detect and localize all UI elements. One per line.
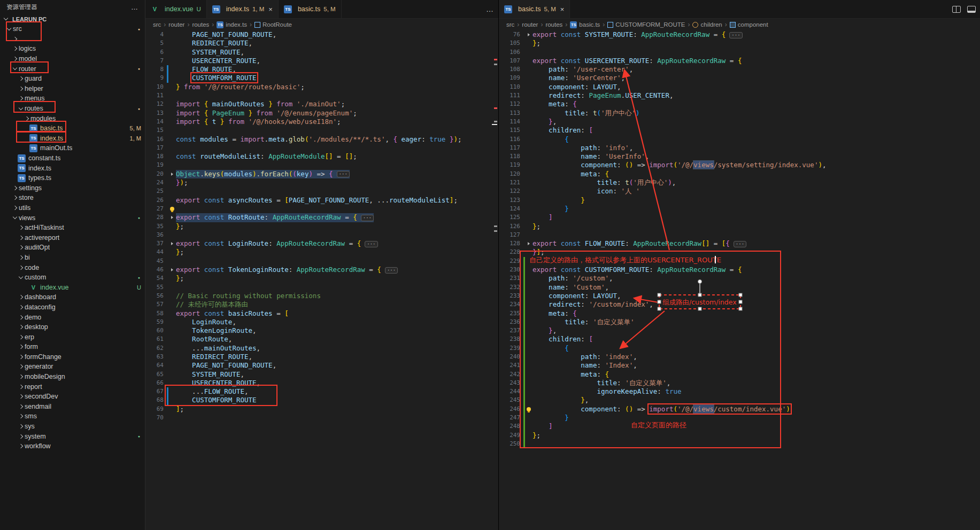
breadcrumb-item-children[interactable]: children — [692, 21, 722, 28]
line-number[interactable]: 109 — [499, 74, 523, 82]
code-line-116[interactable]: 116 { — [499, 135, 980, 144]
code-line-240[interactable]: 240 path: 'index', — [499, 353, 980, 361]
code-line-110[interactable]: 110 component: LAYOUT, — [499, 83, 980, 91]
folded-ellipsis[interactable]: ··· — [365, 241, 377, 247]
line-number[interactable]: 232 — [499, 283, 523, 292]
tab-index.ts[interactable]: TSindex.ts1, M× — [207, 0, 279, 18]
line-number[interactable]: 16 — [145, 135, 167, 144]
code-line-234[interactable]: 234 redirect: '/custom/index', — [499, 300, 980, 309]
line-number[interactable]: 14 — [145, 118, 167, 126]
line-number[interactable]: 124 — [499, 205, 523, 213]
code-line-229[interactable]: 229 — [499, 257, 980, 266]
line-number[interactable]: 125 — [499, 213, 523, 222]
code-line-119[interactable]: 119 component: () => import('/@/views/sy… — [499, 161, 980, 169]
line-number[interactable]: 111 — [499, 91, 523, 100]
line-number[interactable]: 10 — [145, 83, 167, 91]
tree-item-logics[interactable]: logics — [0, 44, 145, 54]
code-line-14[interactable]: 14import { t } from '/@/hooks/web/useI18… — [145, 118, 498, 126]
tree-item-system[interactable]: system● — [0, 431, 145, 441]
breadcrumb-item-CUSTOMFORM_ROUTE[interactable]: CUSTOMFORM_ROUTE — [607, 21, 685, 28]
code-line-56[interactable]: 56// Basic routing without permissions — [145, 292, 498, 300]
code-line-70[interactable]: 70 — [145, 414, 498, 422]
line-number[interactable]: 7 — [145, 57, 167, 65]
line-number[interactable]: 46 — [145, 266, 167, 274]
code-line-76[interactable]: 76export const SYSTEM_ROUTE: AppRouteRec… — [499, 30, 980, 39]
tree-item-dataconfig[interactable]: dataconfig — [0, 302, 145, 313]
code-line-15[interactable]: 15 — [145, 126, 498, 135]
tree-item-auditOpt[interactable]: auditOpt — [0, 243, 145, 253]
line-number[interactable]: 105 — [499, 39, 523, 48]
code-line-113[interactable]: 113 title: t('用户中心') — [499, 109, 980, 118]
line-number[interactable]: 54 — [145, 274, 167, 283]
breadcrumb-item-RootRoute[interactable]: RootRoute — [254, 21, 292, 28]
code-line-126[interactable]: 126}; — [499, 222, 980, 231]
code-line-236[interactable]: 236 title: '自定义菜单' — [499, 318, 980, 326]
code-line-122[interactable]: 122 icon: '人 ' — [499, 187, 980, 196]
code-line-243[interactable]: 243 title: '自定义菜单', — [499, 379, 980, 387]
code-line-107[interactable]: 107export const USERCENTER_ROUTE: AppRou… — [499, 57, 980, 65]
line-number[interactable]: 246 — [499, 405, 523, 414]
code-line-19[interactable]: 19 — [145, 161, 498, 169]
line-number[interactable]: 76 — [499, 30, 523, 39]
line-number[interactable]: 248 — [499, 422, 523, 431]
code-line-249[interactable]: 249}; — [499, 431, 980, 440]
line-number[interactable]: 13 — [145, 109, 167, 118]
tree-item-routes[interactable]: routes● — [0, 104, 145, 114]
line-number[interactable]: 240 — [499, 353, 523, 361]
line-number[interactable]: 69 — [145, 405, 167, 414]
tree-item-sys[interactable]: sys — [0, 422, 145, 432]
code-line-24[interactable]: 24}); — [145, 178, 498, 187]
tree-item-constant.ts[interactable]: TSconstant.ts — [0, 153, 145, 163]
code-line-248[interactable]: 248 ] — [499, 422, 980, 431]
line-number[interactable]: 25 — [145, 187, 167, 196]
code-line-59[interactable]: 59 LoginRoute, — [145, 318, 498, 326]
code-line-123[interactable]: 123 } — [499, 196, 980, 205]
code-line-67[interactable]: 67 ...FLOW_ROUTE, — [145, 387, 498, 396]
tree-item-report[interactable]: report — [0, 381, 145, 392]
line-number[interactable]: 57 — [145, 300, 167, 309]
code-line-108[interactable]: 108 path: '/user-center', — [499, 65, 980, 74]
code-line-228[interactable]: 228}]; — [499, 248, 980, 256]
line-number[interactable]: 66 — [145, 379, 167, 387]
code-line-5[interactable]: 5 REDIRECT_ROUTE, — [145, 39, 498, 48]
line-number[interactable]: 236 — [499, 318, 523, 326]
line-number[interactable]: 70 — [145, 414, 167, 422]
code-line-127[interactable]: 127 — [499, 231, 980, 239]
code-line-66[interactable]: 66 USERCENTER_ROUTE, — [145, 379, 498, 387]
breadcrumb-item-routes[interactable]: routes — [192, 21, 209, 28]
breadcrumb-item-router[interactable]: router — [168, 21, 184, 28]
code-line-17[interactable]: 17 — [145, 144, 498, 152]
line-number[interactable]: 61 — [145, 335, 167, 344]
workspace-header[interactable]: LEARUN PC — [0, 14, 145, 24]
tab-basic.ts[interactable]: TSbasic.ts5, M× — [499, 0, 570, 18]
line-number[interactable]: 60 — [145, 326, 167, 335]
line-number[interactable]: 127 — [499, 231, 523, 239]
tree-item-mobileDesign[interactable]: mobileDesign — [0, 372, 145, 382]
folded-ellipsis[interactable]: ··· — [361, 215, 374, 221]
code-line-61[interactable]: 61 RootRoute, — [145, 335, 498, 344]
line-number[interactable]: 107 — [499, 57, 523, 65]
line-number[interactable]: 239 — [499, 344, 523, 353]
tree-item-desktop[interactable]: desktop — [0, 322, 145, 332]
close-icon[interactable]: × — [560, 5, 565, 13]
line-number[interactable]: 8 — [145, 65, 167, 74]
tree-item-sms[interactable]: sms — [0, 411, 145, 422]
code-line-111[interactable]: 111 redirect: PageEnum.USER_CENTER, — [499, 91, 980, 100]
code-line-64[interactable]: 64 PAGE_NOT_FOUND_ROUTE, — [145, 361, 498, 370]
line-number[interactable]: 122 — [499, 187, 523, 196]
line-number[interactable]: 11 — [145, 91, 167, 100]
tree-item-menus[interactable]: menus — [0, 93, 145, 104]
code-line-120[interactable]: 120 meta: { — [499, 170, 980, 178]
folded-ellipsis[interactable]: ··· — [385, 267, 398, 274]
code-line-46[interactable]: 46export const TokenLoginRoute: AppRoute… — [145, 266, 498, 274]
code-line-13[interactable]: 13import { PageEnum } from '/@/enums/pag… — [145, 109, 498, 118]
code-line-36[interactable]: 36 — [145, 231, 498, 239]
line-number[interactable]: 35 — [145, 222, 167, 231]
line-number[interactable]: 235 — [499, 309, 523, 318]
code-line-232[interactable]: 232 name: 'Custom', — [499, 283, 980, 292]
tree-item-erp[interactable]: erp — [0, 332, 145, 342]
code-line-45[interactable]: 45 — [145, 257, 498, 266]
tree-item-helper[interactable]: helper — [0, 84, 145, 94]
line-number[interactable]: 231 — [499, 274, 523, 283]
line-number[interactable]: 116 — [499, 135, 523, 144]
